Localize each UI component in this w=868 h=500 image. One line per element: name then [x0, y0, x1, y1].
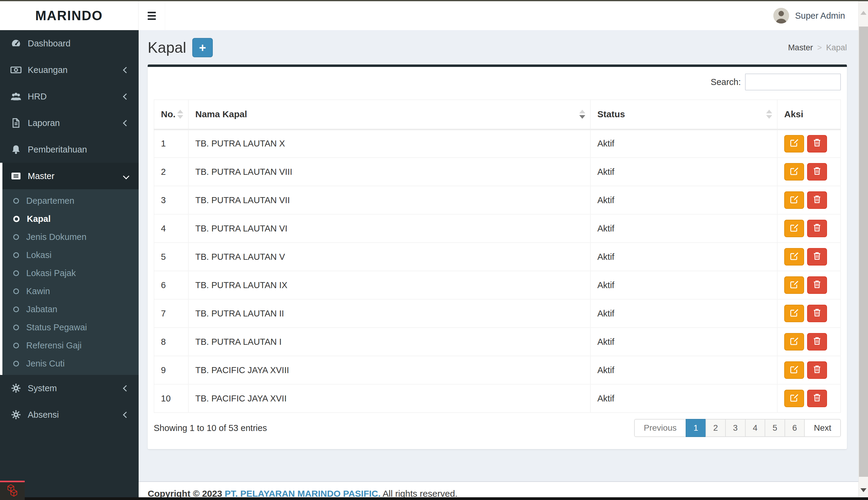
hamburger-menu-icon [148, 12, 156, 13]
pagination-page-6[interactable]: 6 [785, 419, 805, 437]
sidebar-item-keuangan[interactable]: Keuangan [0, 57, 139, 83]
edit-button[interactable] [784, 390, 804, 407]
circle-icon [13, 198, 19, 204]
scroll-down-arrow-icon[interactable] [860, 488, 867, 492]
sidebar-subitem-label: Departemen [26, 196, 75, 206]
column-header-nama-kapal[interactable]: Nama Kapal [189, 100, 591, 129]
column-header-no[interactable]: No. [154, 100, 189, 129]
scrollbar-thumb[interactable] [859, 26, 868, 477]
trash-icon [812, 166, 822, 178]
sidebar-subitem-status-pegawai[interactable]: Status Pegawai [2, 318, 139, 336]
edit-button[interactable] [784, 191, 804, 209]
table-row: 9 TB. PACIFIC JAYA XVIII Aktif [154, 356, 841, 384]
cell-aksi [777, 158, 841, 186]
pagination-page-3[interactable]: 3 [725, 419, 746, 437]
trash-icon [812, 251, 822, 263]
cell-nama-kapal: TB. PUTRA LAUTAN VI [189, 214, 591, 242]
sidebar-subitem-jenis-cuti[interactable]: Jenis Cuti [2, 354, 139, 373]
sidebar-subitem-lokasi-pajak[interactable]: Lokasi Pajak [2, 264, 139, 282]
delete-button[interactable] [807, 163, 827, 181]
cell-status: Aktif [591, 242, 777, 271]
column-header-aksi: Aksi [777, 100, 841, 129]
page-scrollbar[interactable] [858, 0, 868, 500]
column-header-label: Aksi [784, 109, 803, 119]
pagination-previous-button[interactable]: Previous [634, 419, 686, 437]
search-input[interactable] [745, 73, 841, 90]
delete-button[interactable] [807, 135, 827, 152]
pagination-page-1[interactable]: 1 [686, 419, 706, 437]
delete-button[interactable] [807, 191, 827, 209]
edit-button[interactable] [784, 361, 804, 379]
delete-button[interactable] [807, 248, 827, 265]
cell-nama-kapal: TB. PUTRA LAUTAN V [189, 242, 591, 271]
edit-icon [789, 364, 799, 376]
delete-button[interactable] [807, 276, 827, 294]
delete-button[interactable] [807, 305, 827, 322]
sidebar-subitem-label: Status Pegawai [26, 322, 87, 332]
sidebar-item-pemberitahuan[interactable]: Pemberitahuan [0, 136, 139, 163]
pagination-page-5[interactable]: 5 [765, 419, 785, 437]
cell-aksi [777, 214, 841, 242]
cell-nama-kapal: TB. PUTRA LAUTAN IX [189, 271, 591, 299]
sidebar-subitem-departemen[interactable]: Departemen [2, 192, 139, 210]
sidebar-item-hrd[interactable]: HRD [0, 83, 139, 110]
trash-icon [812, 138, 822, 149]
pagination-page-2[interactable]: 2 [706, 419, 726, 437]
edit-button[interactable] [784, 220, 804, 237]
edit-button[interactable] [784, 135, 804, 152]
brand-logo[interactable]: MARINDO [0, 1, 139, 30]
sidebar-subitem-label: Referensi Gaji [26, 341, 82, 351]
sidebar-item-label: HRD [28, 92, 47, 102]
scroll-up-arrow-icon[interactable] [860, 11, 867, 15]
delete-button[interactable] [807, 333, 827, 351]
sidebar-item-dashboard[interactable]: Dashboard [0, 30, 139, 57]
sort-icon [766, 110, 772, 119]
sidebar-subitem-kawin[interactable]: Kawin [2, 282, 139, 300]
table-row: 6 TB. PUTRA LAUTAN IX Aktif [154, 271, 841, 299]
delete-button[interactable] [807, 220, 827, 237]
kapal-table: No. Nama Kapal Status Aksi [154, 100, 841, 413]
sidebar-subitem-jenis-dokumen[interactable]: Jenis Dokumen [2, 228, 139, 246]
sidebar-subitem-kapal[interactable]: Kapal [2, 210, 139, 228]
sort-icon [177, 110, 183, 119]
cell-no: 8 [154, 328, 189, 356]
user-menu[interactable]: Super Admin [773, 1, 845, 30]
laravel-debugbar-toggle[interactable] [0, 481, 25, 500]
circle-icon [13, 288, 19, 294]
users-icon [9, 91, 23, 102]
search-row: Search: [154, 73, 841, 90]
sidebar-subitem-lokasi[interactable]: Lokasi [2, 246, 139, 264]
cell-status: Aktif [591, 271, 777, 299]
sort-desc-icon [579, 110, 585, 119]
sidebar-item-master[interactable]: Master [2, 163, 139, 189]
pagination-next-button[interactable]: Next [804, 419, 841, 437]
trash-icon [812, 308, 822, 319]
sidebar-item-system[interactable]: System [0, 375, 139, 401]
column-header-label: Nama Kapal [195, 109, 247, 119]
add-kapal-button[interactable]: + [192, 38, 213, 57]
edit-icon [789, 194, 799, 206]
edit-button[interactable] [784, 333, 804, 351]
edit-button[interactable] [784, 248, 804, 265]
trash-icon [812, 194, 822, 206]
sidebar-subitem-referensi-gaji[interactable]: Referensi Gaji [2, 336, 139, 354]
gear-icon [9, 409, 23, 420]
edit-button[interactable] [784, 276, 804, 294]
plus-icon: + [199, 41, 206, 55]
sidebar-item-absensi[interactable]: Absensi [0, 401, 139, 428]
sidebar-item-label: Absensi [28, 410, 59, 420]
sidebar-toggle-button[interactable] [139, 1, 165, 30]
pagination-page-4[interactable]: 4 [745, 419, 766, 437]
delete-button[interactable] [807, 390, 827, 407]
column-header-status[interactable]: Status [591, 100, 777, 129]
delete-button[interactable] [807, 361, 827, 379]
sidebar-subitem-jabatan[interactable]: Jabatan [2, 300, 139, 318]
table-row: 5 TB. PUTRA LAUTAN V Aktif [154, 242, 841, 271]
content-area: Kapal + Master > Kapal Search: No. [139, 30, 858, 500]
edit-button[interactable] [784, 163, 804, 181]
breadcrumb-master[interactable]: Master [788, 43, 813, 53]
brand-name: MARINDO [35, 8, 103, 23]
sidebar-item-laporan[interactable]: Laporan [0, 110, 139, 136]
circle-icon [13, 325, 19, 330]
edit-button[interactable] [784, 305, 804, 322]
